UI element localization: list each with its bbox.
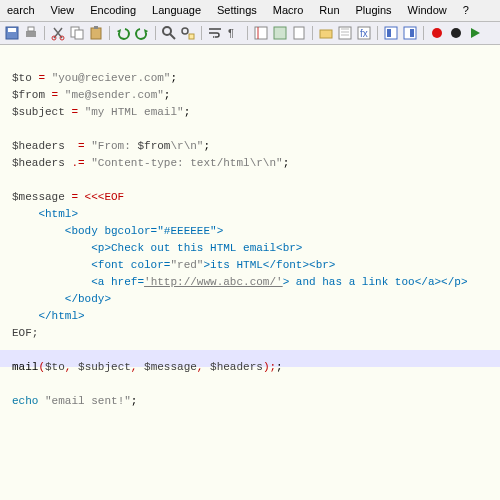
wrap-icon[interactable]	[207, 25, 223, 41]
code-line: mail($to, $subject, $message, $headers);…	[12, 359, 494, 376]
separator	[44, 26, 45, 40]
folder-icon[interactable]	[318, 25, 334, 41]
menubar: earch View Encoding Language Settings Ma…	[0, 0, 500, 21]
code-line: <body bgcolor="#EEEEEE">	[12, 223, 494, 240]
code-line	[12, 53, 494, 70]
svg-rect-2	[26, 31, 36, 37]
menu-run[interactable]: Run	[312, 2, 346, 18]
code-line: EOF;	[12, 325, 494, 342]
code-line: echo "email sent!";	[12, 393, 494, 410]
code-line: <p>Check out this HTML email<br>	[12, 240, 494, 257]
toggle2-icon[interactable]	[402, 25, 418, 41]
svg-rect-17	[274, 27, 286, 39]
redo-icon[interactable]	[134, 25, 150, 41]
toolbar: ¶ fx	[0, 21, 500, 45]
code-line: <font color="red">its HTML</font><br>	[12, 257, 494, 274]
separator	[247, 26, 248, 40]
code-line: $to = "you@reciever.com";	[12, 70, 494, 87]
svg-rect-29	[410, 29, 414, 37]
separator	[377, 26, 378, 40]
find-icon[interactable]	[161, 25, 177, 41]
svg-text:fx: fx	[360, 28, 368, 39]
menu-macro[interactable]: Macro	[266, 2, 311, 18]
lang-icon[interactable]	[272, 25, 288, 41]
svg-line-11	[170, 34, 175, 39]
separator	[312, 26, 313, 40]
svg-rect-27	[387, 29, 391, 37]
menu-plugins[interactable]: Plugins	[349, 2, 399, 18]
svg-point-30	[432, 28, 442, 38]
svg-rect-13	[189, 34, 194, 39]
svg-rect-7	[75, 30, 83, 39]
code-line: $from = "me@sender.com";	[12, 87, 494, 104]
svg-rect-1	[8, 28, 16, 32]
func-icon[interactable]: fx	[356, 25, 372, 41]
code-line: <a href='http://www.abc.com/'> and has a…	[12, 274, 494, 291]
menu-search[interactable]: earch	[0, 2, 42, 18]
code-line	[12, 376, 494, 393]
copy-icon[interactable]	[69, 25, 85, 41]
undo-icon[interactable]	[115, 25, 131, 41]
code-line: $subject = "my HTML email";	[12, 104, 494, 121]
separator	[201, 26, 202, 40]
code-editor[interactable]: $to = "you@reciever.com"; $from = "me@se…	[0, 45, 500, 500]
paste-icon[interactable]	[88, 25, 104, 41]
code-line	[12, 121, 494, 138]
menu-settings[interactable]: Settings	[210, 2, 264, 18]
svg-rect-15	[255, 27, 267, 39]
code-line	[12, 172, 494, 189]
separator	[155, 26, 156, 40]
code-line	[12, 342, 494, 359]
separator	[109, 26, 110, 40]
play-icon[interactable]	[467, 25, 483, 41]
code-line: </body>	[12, 291, 494, 308]
code-line: </html>	[12, 308, 494, 325]
menu-language[interactable]: Language	[145, 2, 208, 18]
doc-icon[interactable]	[291, 25, 307, 41]
svg-point-10	[163, 27, 171, 35]
cut-icon[interactable]	[50, 25, 66, 41]
save-icon[interactable]	[4, 25, 20, 41]
record-red-icon[interactable]	[429, 25, 445, 41]
print-icon[interactable]	[23, 25, 39, 41]
svg-rect-9	[94, 26, 98, 29]
menu-help[interactable]: ?	[456, 2, 476, 18]
code-line: $headers = "From: $from\r\n";	[12, 138, 494, 155]
svg-rect-19	[320, 30, 332, 38]
svg-rect-8	[91, 28, 101, 39]
code-line: $headers .= "Content-type: text/html\r\n…	[12, 155, 494, 172]
toggle1-icon[interactable]	[383, 25, 399, 41]
menu-view[interactable]: View	[44, 2, 82, 18]
svg-point-12	[182, 28, 188, 34]
invisible-icon[interactable]: ¶	[226, 25, 242, 41]
replace-icon[interactable]	[180, 25, 196, 41]
svg-rect-18	[294, 27, 304, 39]
indent-guide-icon[interactable]	[253, 25, 269, 41]
record-black-icon[interactable]	[448, 25, 464, 41]
svg-rect-3	[28, 27, 34, 31]
map-icon[interactable]	[337, 25, 353, 41]
menu-encoding[interactable]: Encoding	[83, 2, 143, 18]
code-line: $message = <<<EOF	[12, 189, 494, 206]
separator	[423, 26, 424, 40]
menu-window[interactable]: Window	[401, 2, 454, 18]
code-line: <html>	[12, 206, 494, 223]
svg-point-31	[451, 28, 461, 38]
svg-text:¶: ¶	[228, 27, 234, 39]
